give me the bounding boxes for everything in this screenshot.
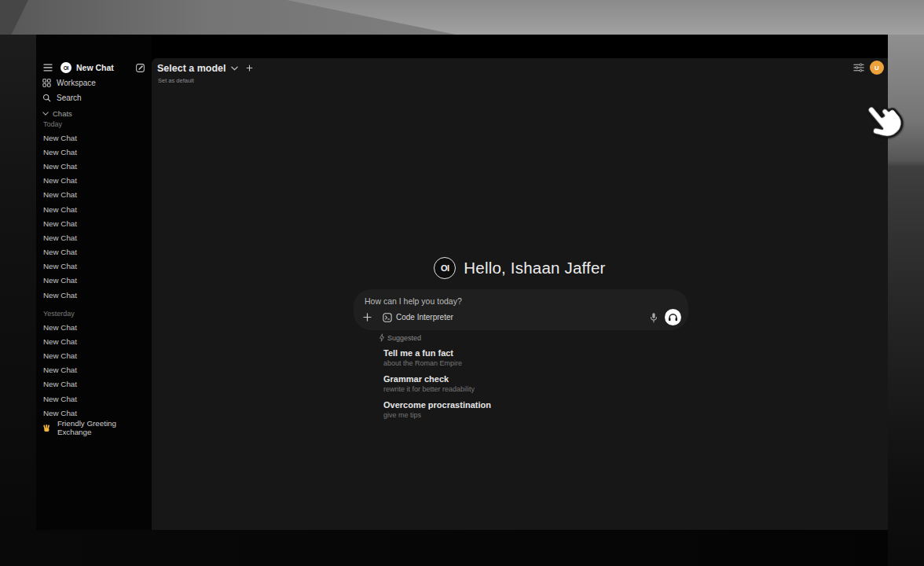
sidebar: OI New Chat Workspace Search Chats <box>36 35 152 530</box>
section-label-yesterday: Yesterday <box>43 310 75 318</box>
chevron-down-icon <box>42 112 49 116</box>
suggested-header: Suggested <box>379 333 693 342</box>
suggested-list: Tell me a fun fact about the Roman Empir… <box>379 348 693 420</box>
chat-list-item[interactable]: New Chat <box>36 188 152 202</box>
openwebui-logo: OI <box>434 257 456 279</box>
chat-list-item[interactable]: New Chat <box>36 216 152 230</box>
openwebui-window: OI New Chat Workspace Search Chats <box>36 35 888 530</box>
code-interpreter-toggle[interactable]: Code Interpreter <box>383 313 453 322</box>
message-input[interactable]: How can I help you today? <box>365 296 462 306</box>
sidebar-header: OI New Chat <box>43 60 145 75</box>
new-chat-edit-icon[interactable] <box>135 63 145 73</box>
suggested-prompt-title: Tell me a fun fact <box>383 348 693 358</box>
workspace-label: Workspace <box>57 79 96 87</box>
section-label-today: Today <box>43 120 62 128</box>
greeting-row: OI Hello, Ishaan Jaffer <box>152 257 888 279</box>
sidebar-item-workspace[interactable]: Workspace <box>36 75 152 90</box>
chat-list-item[interactable]: New Chat <box>36 320 152 334</box>
model-selector-label: Select a model <box>157 63 226 74</box>
grid-icon <box>42 79 51 87</box>
main-panel: Select a model Set as default U OI Hello… <box>152 58 888 530</box>
composer-toolbar: Code Interpreter <box>363 309 681 325</box>
greeting-text: Hello, Ishaan Jaffer <box>464 259 605 277</box>
message-composer[interactable]: How can I help you today? Code Interpret… <box>354 289 688 330</box>
chat-list-item[interactable]: New Chat <box>36 406 152 420</box>
sidebar-item-search[interactable]: Search <box>36 90 152 105</box>
chat-title: Friendly Greeting Exchange <box>57 419 152 436</box>
suggested-prompt[interactable]: Tell me a fun fact about the Roman Empir… <box>379 348 693 368</box>
chat-list-yesterday: New Chat New Chat New Chat New Chat New … <box>36 320 152 420</box>
chevron-down-icon <box>231 66 238 71</box>
chat-list-item[interactable]: New Chat <box>36 159 152 173</box>
suggested-label: Suggested <box>387 334 421 342</box>
chat-list-item-friendly-greeting[interactable]: 👋 Friendly Greeting Exchange <box>36 421 152 434</box>
sidebar-toggle-icon[interactable] <box>43 64 53 72</box>
chat-list-item[interactable]: New Chat <box>36 202 152 216</box>
search-label: Search <box>57 94 82 102</box>
suggested-prompt-title: Grammar check <box>383 374 693 384</box>
header-actions: U <box>853 61 884 75</box>
background-left-band <box>0 35 36 530</box>
bolt-icon <box>379 333 385 342</box>
chat-list-today: New Chat New Chat New Chat New Chat New … <box>36 130 152 302</box>
sidebar-brand-label: New Chat <box>76 63 135 72</box>
search-icon <box>42 94 51 102</box>
suggested-prompt[interactable]: Overcome procrastination give me tips <box>379 400 693 420</box>
chat-list-item[interactable]: New Chat <box>36 348 152 362</box>
user-avatar[interactable]: U <box>870 61 884 75</box>
suggested-prompt-subtitle: give me tips <box>383 411 693 420</box>
chat-list-item[interactable]: New Chat <box>36 363 152 377</box>
sidebar-nav: Workspace Search <box>36 75 152 105</box>
suggested-prompt-subtitle: rewrite it for better readability <box>383 385 693 394</box>
suggested-prompt[interactable]: Grammar check rewrite it for better read… <box>379 374 693 394</box>
suggested-prompt-title: Overcome procrastination <box>383 400 693 410</box>
suggested-prompts: Suggested Tell me a fun fact about the R… <box>379 333 693 426</box>
chat-list-item[interactable]: New Chat <box>36 245 152 259</box>
openwebui-logo: OI <box>60 62 72 73</box>
chat-list-item[interactable]: New Chat <box>36 174 152 188</box>
desktop-stage: OI New Chat Workspace Search Chats <box>0 0 924 566</box>
microphone-icon[interactable] <box>650 312 658 323</box>
chat-list-item[interactable]: New Chat <box>36 377 152 391</box>
chat-list-item[interactable]: New Chat <box>36 391 152 406</box>
chat-list-item[interactable]: New Chat <box>36 334 152 348</box>
set-default-link[interactable]: Set as default <box>158 77 194 84</box>
chat-list-item[interactable]: New Chat <box>36 130 152 145</box>
voice-call-button[interactable] <box>665 309 681 325</box>
chat-list-item[interactable]: New Chat <box>36 145 152 159</box>
wave-emoji-icon <box>42 424 51 432</box>
chat-list-item[interactable]: New Chat <box>36 288 152 302</box>
suggested-prompt-subtitle: about the Roman Empire <box>383 359 693 368</box>
headphones-icon <box>668 313 678 322</box>
add-model-icon[interactable] <box>246 64 253 72</box>
chat-list-item[interactable]: New Chat <box>36 230 152 244</box>
background-bottom-band <box>0 530 888 566</box>
chats-header-label: Chats <box>53 109 72 118</box>
code-interpreter-label: Code Interpreter <box>396 313 453 322</box>
settings-sliders-icon[interactable] <box>853 63 864 72</box>
code-interpreter-icon <box>383 313 392 322</box>
attach-plus-icon[interactable] <box>363 313 372 322</box>
model-selector[interactable]: Select a model <box>157 61 253 75</box>
chats-section-toggle[interactable]: Chats <box>42 108 72 118</box>
chat-list-item[interactable]: New Chat <box>36 274 152 288</box>
chat-list-item[interactable]: New Chat <box>36 259 152 274</box>
